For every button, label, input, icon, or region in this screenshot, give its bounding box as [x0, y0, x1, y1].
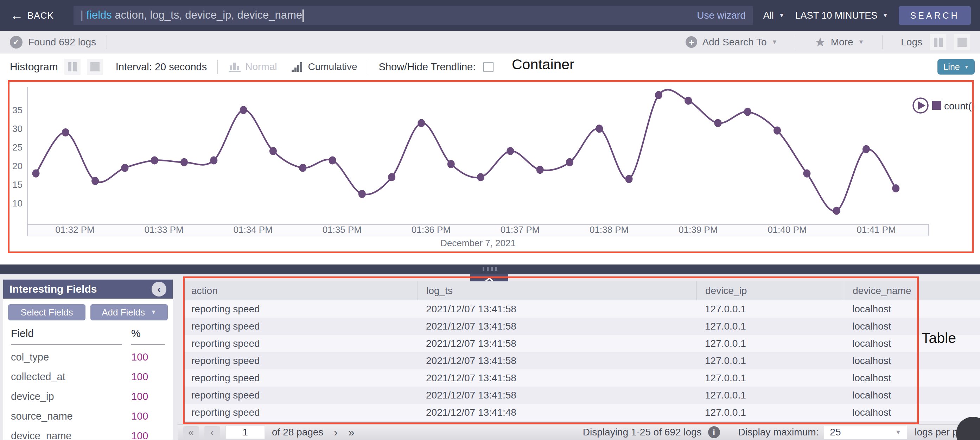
- table-row[interactable]: reporting speed2021/12/07 13:41:48127.0.…: [183, 421, 980, 424]
- bar-chart-icon: [228, 61, 241, 73]
- count-line-series: [36, 90, 896, 211]
- cumulative-mode-button[interactable]: Cumulative: [291, 61, 357, 73]
- scope-dropdown[interactable]: All ▼: [763, 10, 785, 21]
- cumulative-mode-label: Cumulative: [308, 61, 357, 73]
- data-point[interactable]: [773, 127, 781, 135]
- column-header-device_ip[interactable]: device_ip: [697, 281, 844, 300]
- data-point[interactable]: [892, 184, 899, 192]
- table-cell: localhost: [844, 386, 980, 404]
- x-axis-date-label: December 7, 2021: [441, 238, 515, 248]
- data-point[interactable]: [32, 170, 40, 178]
- previous-page-button[interactable]: ‹: [204, 426, 220, 438]
- select-fields-button[interactable]: Select Fields: [8, 304, 86, 321]
- data-point[interactable]: [180, 158, 188, 166]
- next-page-button[interactable]: ›: [334, 426, 338, 439]
- table-cell: 127.0.0.1: [697, 421, 844, 424]
- info-icon[interactable]: i: [708, 426, 720, 438]
- data-point[interactable]: [269, 147, 277, 155]
- table-cell: 127.0.0.1: [697, 318, 844, 335]
- success-check-icon: ✓: [10, 36, 22, 49]
- table-row[interactable]: reporting speed2021/12/07 13:41:58127.0.…: [183, 369, 980, 386]
- field-row[interactable]: source_name100: [11, 406, 165, 426]
- add-fields-dropdown[interactable]: Add Fields ▼: [91, 304, 168, 321]
- data-point[interactable]: [447, 160, 455, 168]
- data-point[interactable]: [240, 106, 247, 114]
- table-row[interactable]: reporting speed2021/12/07 13:41:58127.0.…: [183, 318, 980, 335]
- data-point[interactable]: [536, 166, 544, 174]
- divider: [368, 60, 368, 74]
- table-cell: reporting speed: [183, 369, 418, 386]
- data-point[interactable]: [210, 156, 217, 164]
- chevron-down-icon: ▼: [964, 64, 969, 70]
- column-header-device_name[interactable]: device_name: [844, 281, 980, 300]
- data-point[interactable]: [477, 173, 484, 181]
- data-point[interactable]: [121, 164, 128, 172]
- field-row[interactable]: device_ip100: [11, 386, 165, 406]
- histogram-full-view-icon[interactable]: [87, 59, 103, 75]
- table-cell: 127.0.0.1: [697, 369, 844, 386]
- data-point[interactable]: [862, 145, 870, 153]
- data-point[interactable]: [388, 173, 395, 181]
- data-point[interactable]: [506, 147, 514, 155]
- page-number-input[interactable]: [226, 426, 265, 439]
- legend-label[interactable]: count(): [944, 101, 975, 111]
- app-window: ← BACK | fields action, log_ts, device_i…: [0, 0, 980, 440]
- table-cell: 2021/12/07 13:41:48: [418, 421, 697, 424]
- column-header-log_ts[interactable]: log_ts: [418, 281, 697, 300]
- field-row[interactable]: col_type100: [11, 347, 165, 367]
- data-point[interactable]: [833, 207, 840, 215]
- add-fields-label: Add Fields: [102, 307, 145, 318]
- scope-value: All: [763, 10, 774, 21]
- first-page-button[interactable]: «: [183, 426, 199, 438]
- data-point[interactable]: [744, 108, 751, 116]
- display-maximum-select[interactable]: 25 ▼: [824, 426, 907, 439]
- chart-type-dropdown[interactable]: Line ▼: [937, 59, 975, 75]
- use-wizard-link[interactable]: Use wizard: [697, 10, 745, 21]
- data-point[interactable]: [595, 124, 603, 133]
- data-point[interactable]: [684, 97, 692, 105]
- data-point[interactable]: [151, 156, 158, 164]
- data-point[interactable]: [803, 170, 810, 178]
- data-point[interactable]: [655, 91, 662, 99]
- column-header-action[interactable]: action: [183, 281, 418, 300]
- table-row[interactable]: reporting speed2021/12/07 13:41:58127.0.…: [183, 335, 980, 352]
- data-point[interactable]: [566, 158, 573, 166]
- table-row[interactable]: reporting speed2021/12/07 13:41:48127.0.…: [183, 404, 980, 421]
- collapse-panel-button[interactable]: ‹: [152, 282, 166, 297]
- query-input[interactable]: | fields action, log_ts, device_ip, devi…: [73, 6, 753, 25]
- data-point[interactable]: [91, 177, 99, 185]
- field-row[interactable]: device_name100: [11, 426, 165, 440]
- data-point[interactable]: [418, 119, 425, 127]
- add-search-to-dropdown[interactable]: + Add Search To ▼: [686, 36, 777, 48]
- histogram-chart[interactable]: 10152025303501:32 PM01:33 PM01:34 PM01:3…: [7, 84, 980, 250]
- interesting-fields-panel: Interesting Fields ‹ Select Fields Add F…: [3, 279, 173, 440]
- data-point[interactable]: [329, 156, 336, 164]
- time-range-dropdown[interactable]: LAST 10 MINUTES ▼: [795, 10, 888, 21]
- search-button[interactable]: SEARCH: [899, 6, 971, 25]
- data-point[interactable]: [62, 129, 69, 137]
- data-point[interactable]: [299, 164, 306, 172]
- back-button[interactable]: ← BACK: [11, 9, 54, 22]
- full-view-icon[interactable]: [954, 34, 970, 50]
- table-cell: 127.0.0.1: [697, 386, 844, 404]
- table-row[interactable]: reporting speed2021/12/07 13:41:58127.0.…: [183, 386, 980, 404]
- data-point[interactable]: [714, 119, 721, 127]
- table-cell: reporting speed: [183, 318, 418, 335]
- histogram-split-view-icon[interactable]: [64, 59, 81, 75]
- more-dropdown[interactable]: ★ More ▼: [815, 36, 864, 49]
- field-row[interactable]: collected_at100: [11, 367, 165, 386]
- play-triangle-icon: [918, 101, 926, 110]
- chart-type-value: Line: [943, 62, 959, 72]
- trendline-checkbox[interactable]: [483, 62, 493, 72]
- table-cell: reporting speed: [183, 421, 418, 424]
- table-row[interactable]: reporting speed2021/12/07 13:41:58127.0.…: [183, 352, 980, 369]
- table-row[interactable]: reporting speed2021/12/07 13:41:58127.0.…: [183, 300, 980, 318]
- data-point[interactable]: [358, 190, 366, 198]
- table-cell: localhost: [844, 300, 980, 318]
- split-view-icon[interactable]: [930, 34, 946, 50]
- x-axis-tick: 01:34 PM: [234, 224, 273, 235]
- table-cell: localhost: [844, 335, 980, 352]
- data-point[interactable]: [625, 175, 633, 183]
- last-page-button[interactable]: »: [348, 426, 355, 439]
- normal-mode-button[interactable]: Normal: [228, 61, 277, 73]
